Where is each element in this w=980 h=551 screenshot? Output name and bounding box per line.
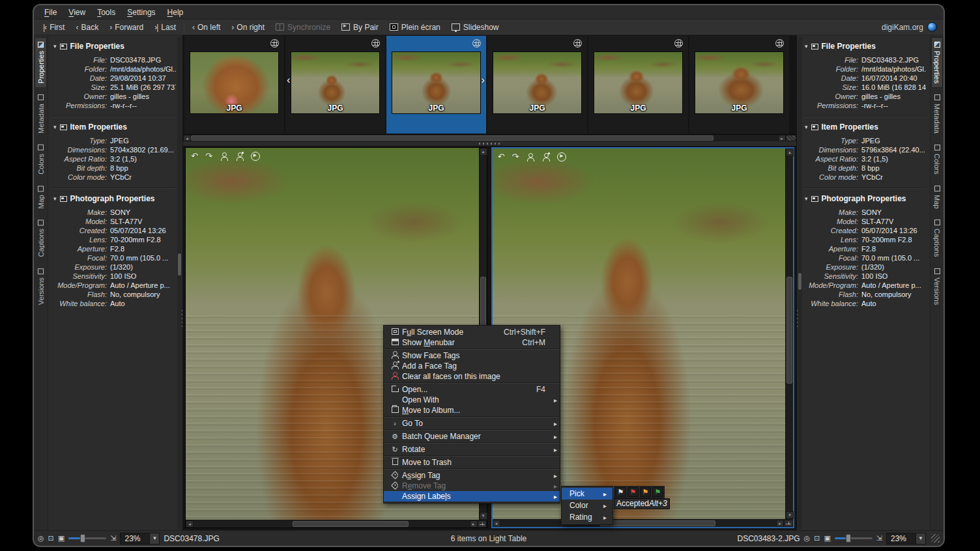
menu-item-rotate[interactable]: ↻Rotate▸ bbox=[384, 444, 560, 455]
add-face-tag-icon[interactable] bbox=[235, 152, 244, 161]
menubar-item-file[interactable]: File bbox=[39, 7, 62, 18]
menu-item-open[interactable]: Open...F4 bbox=[384, 384, 560, 395]
menu-item-clear-all-faces-on-this-image[interactable]: Clear all faces on this image bbox=[384, 371, 560, 382]
fit-selection-icon[interactable]: ⊡ bbox=[48, 534, 54, 543]
scroll-right-arrow[interactable]: ▸ bbox=[470, 520, 478, 528]
horizontal-splitter[interactable] bbox=[183, 141, 796, 146]
flag-button-pending-flag-icon[interactable]: ⚑ bbox=[640, 487, 651, 497]
rotate-right-icon[interactable]: ↷ bbox=[512, 152, 519, 162]
nav-next-icon[interactable]: › bbox=[481, 74, 485, 87]
collapse-caret-icon[interactable]: ▾ bbox=[805, 43, 808, 49]
add-face-tag-icon[interactable] bbox=[541, 152, 550, 162]
section-header-file-properties[interactable]: ▾File Properties bbox=[53, 42, 176, 51]
sidebar-tab-colors[interactable]: Colors bbox=[35, 140, 47, 179]
panel-splitter-handle[interactable] bbox=[182, 310, 182, 327]
thumbnail-item[interactable]: JPG› bbox=[386, 36, 486, 134]
menubar-item-tools[interactable]: Tools bbox=[92, 7, 121, 18]
collapse-caret-icon[interactable]: ▾ bbox=[805, 195, 808, 202]
resize-handle[interactable] bbox=[786, 135, 796, 141]
toolbar-button-plein-écran[interactable]: Plein écran bbox=[384, 21, 446, 33]
thumbnail-item[interactable]: JPG bbox=[588, 36, 688, 134]
right-zoom-slider[interactable] bbox=[835, 537, 872, 539]
sidebar-tab-map[interactable]: Map bbox=[35, 181, 47, 213]
scroll-left-arrow[interactable]: ◂ bbox=[183, 135, 191, 141]
horizontal-scrollbar[interactable] bbox=[500, 520, 777, 527]
horizontal-scrollbar[interactable] bbox=[194, 520, 470, 528]
thumbnail-item[interactable]: JPG bbox=[184, 36, 284, 134]
sidebar-tab-metadata[interactable]: Metadata bbox=[35, 90, 47, 138]
menu-item-go-to[interactable]: ›Go To▸ bbox=[384, 418, 560, 429]
rotate-left-icon[interactable]: ↶ bbox=[191, 152, 198, 161]
scroll-up-arrow[interactable]: ▴ bbox=[480, 148, 487, 156]
thumbnail-item[interactable]: JPG bbox=[689, 36, 789, 134]
sidebar-tab-map[interactable]: Map bbox=[931, 181, 943, 213]
slideshow-icon[interactable] bbox=[251, 152, 260, 161]
menu-item-show-face-tags[interactable]: Show Face Tags bbox=[384, 350, 560, 361]
menu-item-open-with[interactable]: Open With▸ bbox=[384, 395, 560, 405]
scroll-right-arrow[interactable]: ▸ bbox=[776, 520, 784, 527]
sidebar-tab-captions[interactable]: Captions bbox=[35, 215, 47, 261]
vertical-scrollbar[interactable]: ▴ ▾ bbox=[785, 148, 793, 519]
sidebar-tab-captions[interactable]: Captions bbox=[931, 215, 943, 261]
rotate-right-icon[interactable]: ↷ bbox=[205, 152, 212, 161]
scroll-left-arrow[interactable]: ◂ bbox=[493, 520, 500, 527]
chevron-down-icon[interactable]: ▼ bbox=[150, 533, 160, 544]
menu-item-full-screen-mode[interactable]: Full Screen ModeCtrl+Shift+F bbox=[384, 327, 560, 337]
chevron-down-icon[interactable]: ▼ bbox=[916, 533, 926, 544]
zoom-fit-icon[interactable]: ⇲ bbox=[876, 534, 882, 543]
toolbar-button-back[interactable]: ‹Back bbox=[70, 21, 104, 33]
scroll-right-arrow[interactable]: ▸ bbox=[778, 135, 786, 141]
submenu-item-pick[interactable]: Pick▸ bbox=[562, 488, 612, 500]
toolbar-button-last[interactable]: ›|Last bbox=[149, 21, 181, 33]
zoom-fit-icon[interactable]: ⇲ bbox=[110, 534, 116, 543]
flag-button-no-pick-flag-icon[interactable]: ⚑ bbox=[615, 487, 626, 497]
scrollbar-thumb[interactable] bbox=[293, 521, 409, 527]
window-resize-grip[interactable] bbox=[931, 534, 940, 543]
toolbar-button-on-right[interactable]: ›On right bbox=[226, 21, 270, 33]
sidebar-tab-properties[interactable]: Properties bbox=[931, 37, 943, 88]
right-panel-scrollbar[interactable] bbox=[798, 36, 802, 529]
thumbbar-scrollbar[interactable]: ◂ ▸ bbox=[183, 134, 796, 141]
sidebar-tab-colors[interactable]: Colors bbox=[931, 140, 943, 179]
left-panel-scrollbar[interactable] bbox=[177, 36, 182, 529]
scroll-down-arrow[interactable]: ▾ bbox=[480, 512, 487, 520]
right-zoom-combo[interactable]: 23% ▼ bbox=[886, 533, 926, 544]
zoom-100-icon[interactable]: ▣ bbox=[58, 534, 65, 543]
section-header-photograph-properties[interactable]: ▾Photograph Properties bbox=[53, 194, 176, 203]
menu-item-move-to-album[interactable]: Move to Album... bbox=[384, 405, 560, 416]
scroll-down-arrow[interactable]: ▾ bbox=[786, 511, 794, 519]
rotate-left-icon[interactable]: ↶ bbox=[498, 152, 505, 162]
pan-icon[interactable] bbox=[784, 520, 793, 527]
thumbnail-item[interactable]: JPG bbox=[487, 36, 587, 134]
scroll-track[interactable] bbox=[191, 135, 778, 141]
flag-button-accepted-flag-icon[interactable]: ⚑ bbox=[652, 487, 663, 497]
submenu-item-rating[interactable]: Rating▸ bbox=[562, 511, 612, 523]
scrollbar-thumb[interactable] bbox=[786, 277, 792, 384]
scrollbar-thumb[interactable] bbox=[191, 135, 713, 141]
nav-previous-icon[interactable]: ‹ bbox=[287, 74, 291, 87]
pan-icon[interactable] bbox=[478, 520, 487, 528]
sidebar-tab-versions[interactable]: Versions bbox=[35, 264, 47, 309]
fit-selection-icon[interactable]: ⊡ bbox=[814, 534, 820, 543]
scrollbar-thumb[interactable] bbox=[798, 273, 801, 290]
scrollbar-thumb[interactable] bbox=[599, 520, 715, 526]
section-header-file-properties[interactable]: ▾File Properties bbox=[805, 42, 926, 51]
thumbnail-item[interactable]: JPG‹ bbox=[285, 36, 385, 134]
submenu-item-color[interactable]: Color▸ bbox=[562, 500, 612, 511]
fit-window-icon[interactable]: ◎ bbox=[804, 534, 811, 543]
collapse-caret-icon[interactable]: ▾ bbox=[53, 43, 57, 49]
right-zoom-value[interactable]: 23% bbox=[886, 533, 916, 544]
collapse-caret-icon[interactable]: ▾ bbox=[53, 195, 57, 202]
section-header-photograph-properties[interactable]: ▾Photograph Properties bbox=[805, 194, 926, 203]
collapse-caret-icon[interactable]: ▾ bbox=[805, 124, 808, 130]
menubar-item-settings[interactable]: Settings bbox=[122, 7, 160, 18]
menu-item-show-menubar[interactable]: Show MenubarCtrl+M bbox=[384, 337, 560, 348]
collapse-caret-icon[interactable]: ▾ bbox=[53, 124, 57, 130]
section-header-item-properties[interactable]: ▾Item Properties bbox=[53, 122, 176, 132]
toolbar-button-on-left[interactable]: ‹On left bbox=[187, 21, 225, 33]
sidebar-tab-metadata[interactable]: Metadata bbox=[931, 90, 943, 138]
scrollbar-thumb[interactable] bbox=[178, 253, 181, 276]
flag-button-rejected-flag-icon[interactable]: ⚑ bbox=[627, 487, 639, 497]
menubar-item-help[interactable]: Help bbox=[162, 7, 189, 18]
toolbar-button-first[interactable]: |‹First bbox=[38, 21, 70, 33]
